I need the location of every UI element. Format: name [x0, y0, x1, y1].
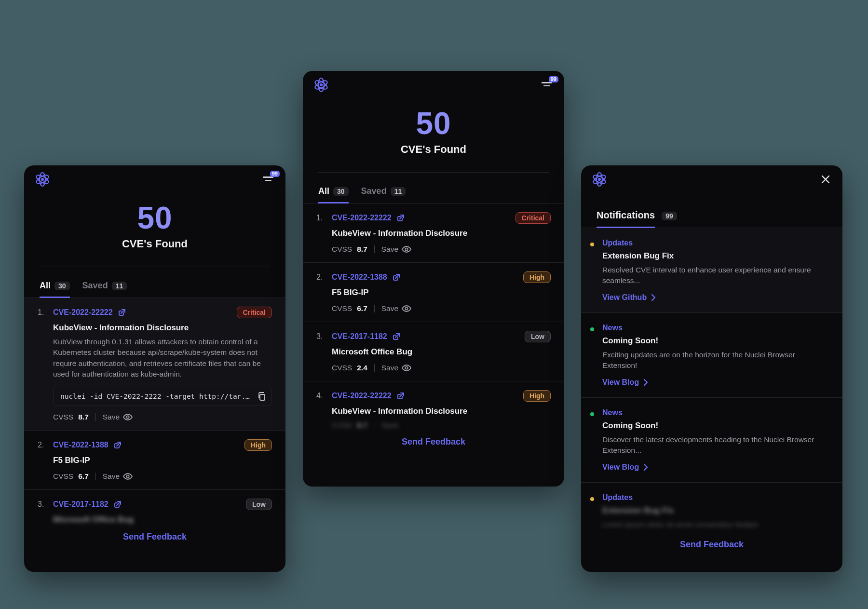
cve-row[interactable]: 1. CVE-2022-22222 Critical KubeView - In…: [303, 203, 564, 263]
cvss-score: 8.7: [357, 245, 367, 254]
cve-id-link[interactable]: CVE-2022-1388: [53, 441, 108, 449]
cvss-label: CVSS: [332, 304, 352, 313]
external-link-icon[interactable]: [396, 392, 405, 400]
notification-category: Updates: [602, 493, 827, 502]
notification-row[interactable]: News Coming Soon! Exciting updates are o…: [581, 313, 842, 398]
cve-id-link[interactable]: CVE-2022-22222: [53, 308, 113, 317]
save-button[interactable]: Save: [381, 245, 411, 254]
cve-title: F5 BIG-IP: [53, 456, 272, 465]
save-button[interactable]: Save: [381, 364, 411, 372]
tab-saved[interactable]: Saved 11: [82, 281, 127, 298]
cve-id-link[interactable]: CVE-2017-1182: [53, 500, 108, 509]
x-icon: [820, 174, 831, 185]
tab-count: 30: [333, 187, 349, 196]
severity-badge: Low: [525, 331, 551, 342]
severity-badge: Low: [246, 499, 272, 510]
severity-badge: High: [523, 390, 551, 402]
tab-label: Saved: [361, 186, 387, 196]
cve-id-link[interactable]: CVE-2022-1388: [332, 273, 387, 282]
row-header: 2. CVE-2022-1388 High: [38, 439, 272, 451]
severity-badge: High: [244, 439, 272, 451]
external-link-icon[interactable]: [396, 214, 405, 222]
notification-row[interactable]: Updates Extension Bug Fix Resolved CVE i…: [581, 228, 842, 313]
tabs: All 30 Saved 11: [303, 173, 564, 203]
app-logo-icon: [313, 77, 329, 93]
notification-link[interactable]: View Blog: [602, 463, 827, 472]
hero: 50 CVE's Found: [24, 193, 285, 267]
cve-description: KubView through 0.1.31 allows attackers …: [53, 337, 272, 380]
cve-row[interactable]: 2. CVE-2022-1388 High F5 BIG-IP CVSS 6.7…: [24, 431, 285, 490]
cve-id-link[interactable]: CVE-2022-22222: [332, 214, 392, 222]
topbar: [581, 165, 842, 193]
external-link-icon[interactable]: [392, 273, 401, 282]
notification-link[interactable]: View Github: [602, 293, 827, 302]
notification-title: Extension Bug Fix: [602, 251, 827, 261]
row-footer: CVSS 8.7 Save: [53, 413, 272, 421]
tab-saved[interactable]: Saved 11: [361, 186, 406, 203]
cve-title: KubeView - Information Disclosure: [332, 406, 551, 416]
cvss-label-blurred: CVSS: [332, 421, 352, 430]
cvss-score: 6.7: [78, 472, 89, 481]
cvss-score: 6.7: [357, 304, 367, 313]
notification-description: Discover the latest developments heading…: [602, 434, 827, 456]
notifications-count: 99: [662, 212, 677, 220]
eye-icon: [402, 304, 411, 313]
notification-title: Coming Soon!: [602, 421, 827, 431]
save-label: Save: [381, 364, 398, 372]
cvss-score-blurred: 8.7: [357, 421, 367, 430]
save-label: Save: [103, 472, 120, 481]
eye-icon: [402, 364, 411, 372]
severity-badge: High: [523, 271, 551, 283]
cve-row[interactable]: 1. CVE-2022-22222 Critical KubeView - In…: [24, 298, 285, 431]
severity-badge: Critical: [237, 307, 272, 318]
row-index: 2.: [316, 273, 327, 282]
copy-icon[interactable]: [257, 392, 267, 401]
cve-row[interactable]: 2. CVE-2022-1388 High F5 BIG-IP CVSS 6.7…: [303, 263, 564, 322]
cve-row[interactable]: 3. CVE-2017-1182 Low Microsoft Office Bu…: [303, 322, 564, 381]
notification-row-faded: Updates Extension Bug Fix Lorem ipsum do…: [581, 483, 842, 556]
notification-row[interactable]: News Coming Soon! Discover the latest de…: [581, 398, 842, 483]
tabs: All 30 Saved 11: [24, 267, 285, 298]
cve-row-faded: 4. CVE-2022-22222 High KubeView - Inform…: [303, 381, 564, 454]
filter-button[interactable]: 99: [261, 175, 275, 184]
cve-count-label: CVE's Found: [303, 143, 564, 156]
external-link-icon[interactable]: [118, 308, 126, 317]
save-button[interactable]: Save: [103, 472, 133, 481]
send-feedback-link[interactable]: Send Feedback: [303, 437, 564, 447]
link-label: View Github: [602, 293, 647, 302]
row-index: 4.: [316, 392, 327, 400]
tab-all[interactable]: All 30: [318, 186, 349, 203]
topbar: 99: [24, 165, 285, 193]
app-logo-icon: [592, 172, 607, 187]
divider: [95, 413, 96, 421]
external-link-icon[interactable]: [113, 441, 122, 449]
cve-id-link[interactable]: CVE-2022-22222: [332, 392, 392, 400]
cve-id-link[interactable]: CVE-2017-1182: [332, 332, 387, 341]
cve-count: 50: [24, 200, 285, 236]
external-link-icon[interactable]: [113, 500, 122, 509]
send-feedback-link[interactable]: Send Feedback: [24, 532, 285, 542]
filter-button[interactable]: 99: [540, 80, 554, 90]
send-feedback-link[interactable]: Send Feedback: [581, 540, 842, 550]
save-button[interactable]: Save: [381, 304, 411, 313]
cvss-label: CVSS: [332, 245, 352, 254]
link-label: View Blog: [602, 378, 639, 387]
panel-cve-expanded: 99 50 CVE's Found All 30 Saved 11 1. CVE…: [24, 165, 285, 572]
tab-all[interactable]: All 30: [40, 281, 70, 298]
cve-count: 50: [303, 106, 564, 141]
cvss-label: CVSS: [332, 364, 352, 372]
divider: [95, 473, 96, 480]
save-label: Save: [103, 413, 120, 421]
cve-title: KubeView - Information Disclosure: [53, 323, 272, 333]
row-header: 1. CVE-2022-22222 Critical: [38, 307, 272, 318]
save-button[interactable]: Save: [103, 413, 133, 421]
row-index: 1.: [316, 214, 327, 222]
cve-title: F5 BIG-IP: [332, 288, 551, 298]
external-link-icon[interactable]: [392, 332, 401, 341]
notification-category: Updates: [602, 239, 827, 247]
notification-link[interactable]: View Blog: [602, 378, 827, 387]
topbar: 99: [303, 71, 564, 99]
status-dot-icon: [590, 412, 594, 416]
close-button[interactable]: [819, 173, 832, 186]
cve-list: 1. CVE-2022-22222 Critical KubeView - In…: [24, 298, 285, 549]
